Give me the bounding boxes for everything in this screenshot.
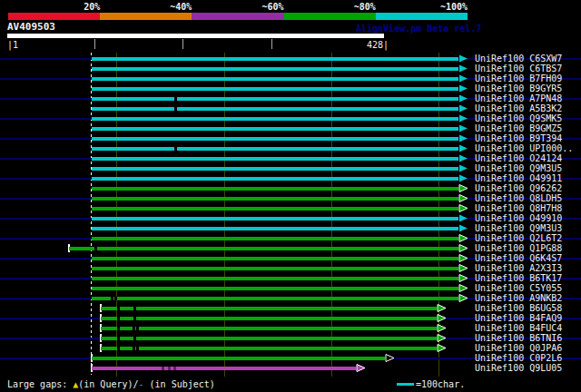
hit-bar[interactable] — [101, 337, 437, 340]
hit-bar[interactable] — [92, 287, 458, 290]
hit-label[interactable]: UniRef100_B9GMZ5 — [475, 123, 581, 133]
hit-bar[interactable] — [92, 127, 458, 131]
hit-bar[interactable] — [92, 117, 458, 121]
gap-mark — [133, 337, 136, 340]
hit-label[interactable]: UniRef100_Q6K4S7 — [475, 253, 581, 263]
hit-bar[interactable] — [92, 87, 458, 91]
hit-arrowhead-icon — [458, 54, 469, 64]
hit-bar[interactable] — [69, 247, 458, 250]
hit-label[interactable]: UniRef100_A2X3I3 — [475, 263, 581, 273]
hit-bar[interactable] — [101, 307, 437, 310]
hit-row: UniRef100_C6SXW7 — [0, 54, 581, 64]
query-gap-caption: (in Query)/ — [78, 379, 138, 389]
hit-label[interactable]: UniRef100_C5Y055 — [475, 283, 581, 293]
hit-bar[interactable] — [92, 367, 356, 370]
hit-label[interactable]: UniRef100_O49911 — [475, 173, 581, 183]
hit-label[interactable]: UniRef100_Q8H7H8 — [475, 203, 581, 213]
large-gaps-legend: Large gaps: ▲(in Query)/- (in Subject) — [7, 379, 215, 389]
hit-arrowhead-icon — [437, 313, 448, 323]
hit-arrowhead-icon — [437, 343, 448, 353]
hit-bar[interactable] — [92, 197, 458, 201]
ruler-start-label: |1 — [7, 40, 18, 50]
scale-segment-4 — [284, 13, 376, 20]
gap-mark — [117, 327, 120, 330]
scale-label: ~100% — [404, 2, 468, 12]
hit-label[interactable]: UniRef100_Q0JPA6 — [475, 343, 581, 353]
scale-label: ~60% — [221, 2, 284, 12]
hit-bar[interactable] — [101, 317, 437, 320]
hit-label[interactable]: UniRef100_B7FH09 — [475, 74, 581, 83]
hit-bar[interactable] — [92, 267, 458, 270]
gap-mark — [133, 307, 136, 310]
hit-bar[interactable] — [92, 177, 458, 181]
hit-label[interactable]: UniRef100_B4FAQ9 — [475, 313, 581, 323]
hit-label[interactable]: UniRef100_O49910 — [475, 213, 581, 223]
hit-arrowhead-icon — [458, 183, 469, 193]
hit-arrowhead-icon — [458, 173, 469, 183]
hit-label[interactable]: UniRef100_Q9SMK5 — [475, 113, 581, 123]
hit-label[interactable]: UniRef100_Q1PG88 — [475, 243, 581, 253]
hit-arrowhead-icon — [458, 223, 469, 233]
gap-mark — [174, 97, 177, 101]
hit-label[interactable]: UniRef100_Q8LDH5 — [475, 193, 581, 203]
hit-bar[interactable] — [92, 147, 458, 151]
hit-label[interactable]: UniRef100_B9GYR5 — [475, 83, 581, 93]
hit-bar[interactable] — [92, 357, 385, 360]
hit-label[interactable]: UniRef100_C6TBS7 — [475, 64, 581, 74]
hit-arrowhead-icon — [458, 293, 469, 303]
scale-label: ~40% — [128, 2, 192, 12]
hit-row: UniRef100_C5Y055 — [0, 283, 581, 293]
hit-bar[interactable] — [92, 137, 458, 141]
hit-label[interactable]: UniRef100_Q9M3U3 — [475, 223, 581, 233]
scale-segment-1 — [8, 13, 100, 20]
hit-label[interactable]: UniRef100_A7PN48 — [475, 93, 581, 103]
hit-bar[interactable] — [92, 217, 458, 220]
query-ruler-bar — [7, 34, 384, 38]
hit-arrowhead-icon — [437, 303, 448, 313]
hit-bar[interactable] — [92, 97, 458, 101]
hit-arrowhead-icon — [458, 83, 469, 93]
hit-label[interactable]: UniRef100_A5B3K2 — [475, 103, 581, 113]
hit-bar[interactable] — [92, 167, 458, 171]
hit-bar[interactable] — [92, 57, 458, 61]
hit-bar[interactable] — [92, 207, 458, 211]
hit-label[interactable]: UniRef100_B4FUC4 — [475, 323, 581, 333]
hit-bar[interactable] — [92, 237, 458, 240]
hit-row: UniRef100_B9GMZ5 — [0, 123, 581, 133]
hit-bar[interactable] — [92, 257, 458, 260]
identity-scale-bar — [8, 13, 468, 20]
hit-label[interactable]: UniRef100_B6TK17 — [475, 273, 581, 283]
hit-label[interactable]: UniRef100_B9T394 — [475, 133, 581, 143]
hit-label[interactable]: UniRef100_B6TNI6 — [475, 333, 581, 343]
hit-label[interactable]: UniRef100_C6SXW7 — [475, 54, 581, 64]
hit-label[interactable]: UniRef100_C0P2L6 — [475, 353, 581, 363]
hit-bar[interactable] — [92, 187, 458, 191]
hit-arrowhead-icon — [458, 123, 469, 133]
hit-row: UniRef100_Q2L6T2 — [0, 233, 581, 243]
hit-label[interactable]: UniRef100_Q9LU05 — [475, 363, 581, 373]
hit-arrowhead-icon — [458, 103, 469, 113]
hit-label[interactable]: UniRef100_Q96262 — [475, 183, 581, 193]
hit-bar[interactable] — [92, 157, 458, 161]
hit-bar[interactable] — [92, 227, 458, 230]
gap-mark — [117, 307, 120, 310]
hit-bar[interactable] — [92, 277, 458, 280]
hit-label[interactable]: UniRef100_UPI000.. — [475, 143, 581, 153]
hit-bar[interactable] — [92, 297, 458, 300]
hit-arrowhead-icon — [458, 133, 469, 143]
gap-mark — [117, 317, 120, 320]
hit-bar[interactable] — [92, 107, 458, 111]
hit-bar[interactable] — [92, 67, 458, 71]
hit-bar[interactable] — [101, 327, 437, 330]
hit-label[interactable]: UniRef100_A9NKB2 — [475, 293, 581, 303]
hit-row: UniRef100_Q6K4S7 — [0, 253, 581, 263]
hit-label[interactable]: UniRef100_Q9M3U5 — [475, 163, 581, 173]
hit-row: UniRef100_A5B3K2 — [0, 103, 581, 113]
hit-bar[interactable] — [92, 77, 458, 81]
gap-mark — [133, 317, 136, 320]
hit-label[interactable]: UniRef100_O24124 — [475, 153, 581, 163]
hit-bar[interactable] — [101, 347, 437, 350]
hit-label[interactable]: UniRef100_B6UG58 — [475, 303, 581, 313]
hit-label[interactable]: UniRef100_Q2L6T2 — [475, 233, 581, 243]
hit-row: UniRef100_A9NKB2 — [0, 293, 581, 303]
